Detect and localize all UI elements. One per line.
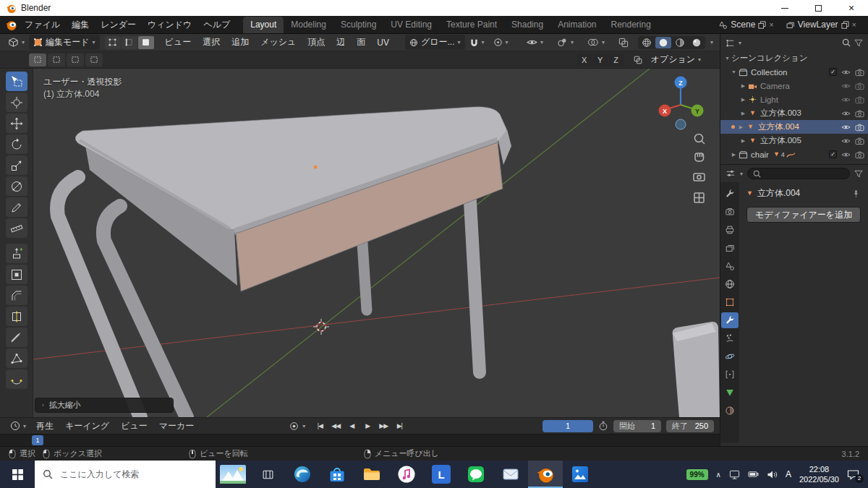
hide-eye-icon[interactable] xyxy=(841,137,851,145)
render-visibility-icon[interactable] xyxy=(855,95,864,104)
operator-panel[interactable]: › 拡大縮小 xyxy=(35,398,174,413)
tray-expand-icon[interactable]: ∧ xyxy=(716,471,721,479)
render-visibility-icon[interactable] xyxy=(855,82,864,90)
hide-eye-icon[interactable] xyxy=(841,82,851,90)
timeline-editor-button[interactable]: ▾ xyxy=(6,419,30,432)
blender-logo-icon[interactable] xyxy=(5,19,17,31)
properties-search[interactable] xyxy=(747,168,850,179)
menu-keying[interactable]: キーイング xyxy=(59,420,115,432)
xray-toggle[interactable] xyxy=(614,36,633,49)
properties-editor-icon[interactable] xyxy=(726,168,736,179)
hide-eye-icon[interactable] xyxy=(841,124,851,131)
edge-select-button[interactable] xyxy=(122,36,137,49)
battery-saver-indicator[interactable]: 99% xyxy=(686,469,708,480)
camera-view-button[interactable] xyxy=(694,174,705,181)
outliner-row-cube-004[interactable]: ▶ ▼ 立方体.004 xyxy=(720,120,868,134)
outliner-row-camera[interactable]: ▶ Camera xyxy=(720,79,868,93)
tab-world[interactable] xyxy=(721,276,739,292)
transform-orientation-dropdown[interactable]: グロー... ▾ xyxy=(405,35,465,50)
outliner-row-chair[interactable]: ▶ chair ▼ 4 ✓ xyxy=(720,147,868,161)
taskbar-app-photos[interactable] xyxy=(563,461,597,488)
frame-end-field[interactable]: 終了250 xyxy=(666,420,714,432)
gizmo-neg-z-ball[interactable] xyxy=(676,119,686,129)
navigation-gizmo[interactable]: Z X Y xyxy=(659,77,704,130)
timeline-scrub-strip[interactable]: 1 xyxy=(0,434,720,446)
loop-cut-tool[interactable] xyxy=(6,307,27,326)
mirror-y-button[interactable]: Y xyxy=(593,53,608,67)
tab-constraints[interactable] xyxy=(721,367,739,382)
auto-keyframe-button[interactable] xyxy=(286,420,301,432)
pan-hand-button[interactable] xyxy=(695,153,704,161)
render-visibility-icon[interactable] xyxy=(855,123,864,132)
jump-to-end-button[interactable]: ▶| xyxy=(392,420,407,432)
tab-render[interactable] xyxy=(721,204,739,220)
workspace-tab-shading[interactable]: Shading xyxy=(504,17,550,33)
select-subtract-button[interactable] xyxy=(67,53,84,67)
menu-timeline-view[interactable]: ビュー xyxy=(115,420,153,432)
scene-selector[interactable]: Scene × xyxy=(714,18,778,31)
frame-start-field[interactable]: 開始1 xyxy=(613,420,661,432)
shading-dropdown-icon[interactable]: ▾ xyxy=(710,39,713,46)
weather-widget[interactable] xyxy=(216,461,250,488)
new-scene-icon[interactable] xyxy=(758,21,766,29)
current-frame-field[interactable]: 1 xyxy=(542,420,593,432)
maximize-button[interactable] xyxy=(801,0,835,16)
outliner-filter-icon[interactable] xyxy=(854,39,863,47)
battery-tray-icon[interactable] xyxy=(748,469,759,479)
menu-marker[interactable]: マーカー xyxy=(153,420,200,432)
menu-file[interactable]: ファイル xyxy=(19,19,66,31)
pin-icon[interactable] xyxy=(851,189,861,198)
hide-eye-icon[interactable] xyxy=(841,69,851,76)
hide-eye-icon[interactable] xyxy=(841,110,851,117)
next-keyframe-button[interactable]: ▶▶ xyxy=(376,420,391,432)
timeline-playhead[interactable]: 1 xyxy=(32,435,43,445)
mirror-z-button[interactable]: Z xyxy=(609,53,624,67)
knife-tool[interactable] xyxy=(6,328,27,347)
workspace-tab-layout[interactable]: Layout xyxy=(243,17,284,33)
new-viewlayer-icon[interactable] xyxy=(841,21,849,29)
outliner-row-scene-collection[interactable]: ▼ シーンコレクション xyxy=(720,51,868,65)
prev-keyframe-button[interactable]: ◀◀ xyxy=(328,420,343,432)
collection-checkbox[interactable]: ✓ xyxy=(829,68,837,76)
taskbar-app-explorer[interactable] xyxy=(354,461,389,488)
display-tray-icon[interactable] xyxy=(729,469,740,480)
collection-checkbox[interactable]: ✓ xyxy=(829,150,837,158)
zoom-button[interactable] xyxy=(695,134,705,145)
minimize-button[interactable] xyxy=(768,0,801,16)
workspace-tab-modeling[interactable]: Modeling xyxy=(284,17,333,33)
play-reverse-button[interactable]: ◀ xyxy=(344,420,359,432)
select-set-button[interactable] xyxy=(29,53,46,67)
select-intersect-button[interactable] xyxy=(85,53,103,67)
taskbar-app-edge[interactable] xyxy=(285,461,320,488)
tab-scene[interactable] xyxy=(721,258,739,274)
menu-mesh[interactable]: メッシュ xyxy=(255,36,302,48)
tab-material[interactable] xyxy=(721,403,739,419)
properties-filter-icon[interactable] xyxy=(854,170,863,178)
taskbar-search[interactable] xyxy=(35,461,216,488)
bevel-tool[interactable] xyxy=(6,286,27,305)
workspace-tab-texture-paint[interactable]: Texture Paint xyxy=(439,17,504,33)
mirror-x-button[interactable]: X xyxy=(577,53,592,67)
outliner-editor-icon[interactable] xyxy=(726,38,735,48)
spin-tool[interactable] xyxy=(6,369,27,389)
outliner-row-collection[interactable]: ▼ Collection ✓ xyxy=(720,65,868,79)
menu-uv[interactable]: UV xyxy=(371,38,395,48)
render-visibility-icon[interactable] xyxy=(855,150,864,159)
mode-dropdown[interactable]: 編集モード ▾ xyxy=(29,35,100,50)
taskbar-app-mail[interactable] xyxy=(493,461,528,488)
face-select-button[interactable] xyxy=(138,36,154,49)
menu-render[interactable]: レンダー xyxy=(95,19,142,31)
tab-object-data[interactable] xyxy=(721,385,739,401)
render-visibility-icon[interactable] xyxy=(855,109,864,118)
task-view-button[interactable] xyxy=(250,461,285,488)
jump-to-start-button[interactable]: |◀ xyxy=(312,420,327,432)
material-preview-button[interactable] xyxy=(672,37,688,48)
taskbar-app-blender[interactable] xyxy=(528,461,563,488)
cursor-tool[interactable] xyxy=(6,93,27,112)
tab-modifiers[interactable] xyxy=(721,312,739,328)
solid-shading-button[interactable] xyxy=(655,37,671,48)
start-button[interactable] xyxy=(0,461,35,488)
outliner-row-cube-005[interactable]: ▶ ▼ 立方体.005 xyxy=(720,134,868,147)
tab-particles[interactable] xyxy=(721,330,739,346)
select-extend-button[interactable] xyxy=(48,53,65,67)
